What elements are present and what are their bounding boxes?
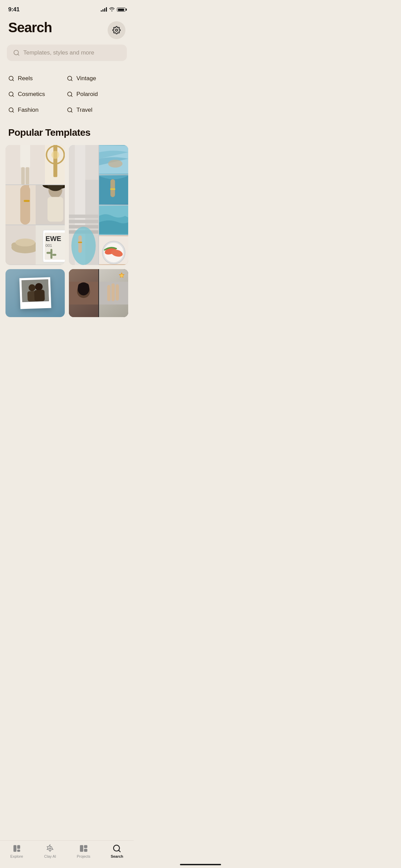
svg-rect-46 [78, 236, 82, 253]
svg-rect-47 [78, 242, 82, 243]
svg-point-49 [108, 160, 122, 168]
gear-icon [112, 26, 121, 34]
quick-search-vintage-label: Vintage [76, 75, 96, 82]
template-card-left[interactable]: EWE 001 [5, 145, 65, 265]
search-icon-polaroid [67, 91, 73, 97]
popular-templates-title: Popular Templates [0, 128, 134, 145]
quick-search-polaroid-label: Polaroid [76, 91, 98, 98]
search-placeholder: Templates, styles and more [23, 49, 94, 56]
quick-search-reels[interactable]: Reels [8, 71, 67, 86]
svg-point-29 [15, 239, 35, 246]
search-bar-wrapper: Templates, styles and more [0, 45, 134, 68]
svg-rect-25 [47, 197, 63, 222]
wifi-icon [109, 7, 115, 12]
status-time: 9:41 [8, 6, 20, 13]
search-icon-vintage [67, 75, 73, 82]
svg-rect-11 [21, 167, 25, 184]
svg-rect-19 [24, 185, 29, 195]
template-card-couple[interactable] [5, 269, 65, 317]
quick-searches: Reels Vintage Cosmetics Polaroid [0, 68, 134, 128]
photo-cell [5, 145, 45, 184]
svg-point-73 [120, 274, 123, 277]
svg-text:EWE: EWE [45, 235, 61, 242]
svg-rect-41 [69, 215, 98, 218]
svg-rect-12 [26, 167, 29, 184]
photo-cell [69, 269, 98, 317]
search-icon-travel [67, 107, 73, 113]
svg-rect-35 [50, 249, 52, 259]
header: Search [0, 17, 134, 45]
search-icon-reels [8, 75, 14, 82]
template-card-dark[interactable] [69, 269, 128, 317]
quick-search-travel-label: Travel [76, 107, 93, 113]
svg-point-67 [78, 283, 83, 290]
photo-cell: EWE 001 [36, 225, 65, 265]
status-icons [101, 7, 125, 12]
search-icon [13, 49, 20, 56]
quick-search-reels-label: Reels [18, 75, 33, 82]
quick-search-polaroid[interactable]: Polaroid [67, 86, 125, 102]
svg-rect-70 [107, 285, 110, 301]
page-title: Search [8, 20, 52, 35]
svg-point-68 [84, 283, 89, 290]
settings-button[interactable] [108, 21, 125, 39]
quick-search-travel[interactable]: Travel [67, 102, 125, 118]
quick-search-fashion[interactable]: Fashion [8, 102, 67, 118]
battery-icon [117, 8, 125, 12]
quick-search-fashion-label: Fashion [18, 107, 38, 113]
signal-icon [101, 8, 107, 12]
quick-search-cosmetics[interactable]: Cosmetics [8, 86, 67, 102]
quick-search-vintage[interactable]: Vintage [67, 71, 125, 86]
photo-cell [36, 185, 65, 225]
svg-rect-14 [53, 145, 57, 177]
svg-text:001: 001 [45, 244, 52, 248]
search-bar[interactable]: Templates, styles and more [7, 45, 127, 61]
svg-rect-63 [34, 290, 45, 301]
svg-rect-36 [46, 252, 51, 254]
svg-rect-42 [69, 220, 98, 223]
svg-point-16 [51, 151, 59, 159]
svg-rect-72 [116, 284, 119, 301]
svg-rect-37 [52, 254, 56, 256]
search-icon-fashion [8, 107, 14, 113]
search-icon-cosmetics [8, 91, 14, 97]
quick-search-cosmetics-label: Cosmetics [18, 91, 45, 98]
bottom-cards [0, 265, 134, 317]
svg-rect-9 [20, 145, 30, 168]
svg-rect-71 [111, 283, 115, 301]
templates-grid: EWE 001 [0, 145, 134, 265]
polaroid [19, 277, 51, 309]
svg-rect-51 [110, 179, 115, 197]
status-bar: 9:41 [0, 0, 134, 17]
svg-rect-52 [110, 188, 115, 190]
svg-point-45 [71, 227, 96, 265]
svg-rect-20 [24, 200, 29, 202]
template-card-right[interactable] [69, 145, 128, 265]
badge-dot [118, 272, 125, 281]
